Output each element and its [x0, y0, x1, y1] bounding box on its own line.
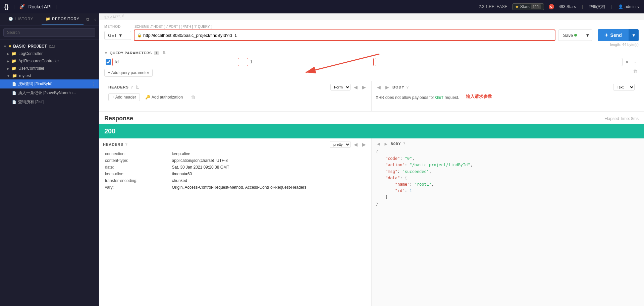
sidebar-collapse-btn[interactable]: ⧉: [84, 13, 92, 25]
content-area: EXAMPLE METHOD SCHEME :// HOST [ ':' POR…: [99, 13, 644, 306]
tree-item-findById[interactable]: 📄 按id查询 [/findById] ⋮: [0, 79, 99, 88]
nav-next-icon[interactable]: ▶: [361, 84, 367, 90]
body-help-icon[interactable]: ?: [407, 85, 409, 89]
resp-header-key: content-type:: [103, 157, 170, 164]
logo-icon: {}: [4, 3, 9, 10]
add-param-row: + Add query parameter 🗑: [104, 67, 639, 78]
param-value-input[interactable]: [247, 58, 374, 66]
folder-collapse-icon: [7, 74, 10, 78]
rocket-icon: 🚀: [19, 4, 25, 9]
resp-header-val: keep-alive: [170, 150, 367, 157]
folder-icon: 📁: [12, 73, 17, 78]
resp-nav-next-icon[interactable]: ▶: [361, 142, 367, 147]
headers-help-icon[interactable]: ?: [131, 85, 133, 89]
project-name: BASIC_PROJECT: [13, 44, 47, 49]
save-label: Save: [563, 33, 573, 38]
send-dropdown-button[interactable]: ▼: [629, 29, 639, 41]
stars-badge[interactable]: ★ Stars 111: [512, 3, 544, 10]
body-nav-prev-icon[interactable]: ◀: [376, 84, 382, 90]
query-params-header[interactable]: QUERY PARAMETERS 1 ⇅: [104, 48, 639, 57]
key-icon: 🔑: [145, 95, 150, 100]
item-name: 按id查询 [/findById]: [18, 81, 52, 87]
chevron-left-icon: ‹: [95, 17, 96, 22]
method-chevron: ▼: [118, 33, 123, 38]
save-button[interactable]: Save: [558, 29, 584, 41]
headers-sort-icon[interactable]: ⇅: [136, 85, 139, 90]
tree-item-list[interactable]: 📄 查询所有 [/list]: [0, 98, 99, 107]
project-root[interactable]: ■ BASIC_PROJECT [11]: [0, 43, 99, 50]
resp-nav-prev-icon[interactable]: ◀: [353, 142, 359, 147]
add-header-button[interactable]: + Add header: [108, 93, 140, 101]
param-more-icon[interactable]: ⋮: [632, 60, 639, 65]
folder-ApiResourceController[interactable]: 📁 ApiResourceController: [0, 57, 99, 65]
tab-repository[interactable]: 📁 REPOSITORY: [42, 13, 83, 25]
body-nav-next-icon[interactable]: ▶: [384, 84, 390, 90]
save-dropdown-button[interactable]: ▼: [583, 29, 592, 41]
tab-history[interactable]: 🕐 HISTORY: [0, 13, 42, 25]
delete-params-icon[interactable]: 🗑: [632, 67, 639, 75]
resp-header-row: keep-alive: timeout=60: [103, 171, 367, 177]
response-title: Response: [104, 115, 133, 122]
search-input[interactable]: [3, 28, 95, 37]
nav-prev-icon[interactable]: ◀: [353, 84, 359, 90]
folder-icon: 📁: [11, 59, 16, 63]
url-input-wrap: 🔒: [134, 29, 555, 41]
g-badge: G: [549, 4, 554, 9]
delete-headers-icon[interactable]: 🗑: [191, 95, 196, 100]
resp-body-title: BODY: [391, 142, 401, 146]
resp-header-val: application/json;charset=UTF-8: [170, 157, 367, 164]
status-code: 200: [104, 127, 115, 135]
response-header-row: Response Elapsed Time: 8ms: [99, 112, 644, 124]
item-icon: 📄: [12, 100, 16, 104]
url-input[interactable]: [143, 33, 552, 38]
resp-header-val: Origin, Access-Control-Request-Method, A…: [170, 184, 367, 191]
send-button[interactable]: ✈ Send: [598, 29, 629, 41]
method-select[interactable]: GET ▼: [104, 31, 131, 40]
resp-body-nav-next-icon[interactable]: ▶: [383, 141, 388, 146]
param-close-icon[interactable]: ✕: [624, 60, 630, 65]
nav-right: 2.3.1.RELEASE ★ Stars 111 G 493 Stars | …: [479, 3, 640, 10]
help-link[interactable]: 帮助文档: [589, 4, 605, 10]
folder-LogController[interactable]: 📁 LogController: [0, 50, 99, 57]
g-stars: 493 Stars: [559, 4, 576, 9]
text-dropdown[interactable]: Text JSON XML: [613, 84, 635, 90]
resp-pretty-select[interactable]: pretty raw: [330, 141, 351, 148]
save-button-group: Save ▼: [558, 29, 592, 41]
body-col: ◀ ▶ BODY ? Text JSON XML XHR does not al…: [372, 81, 639, 111]
project-folder-icon: ■: [9, 44, 11, 49]
param-eq: =: [240, 60, 246, 65]
param-desc-input[interactable]: [375, 58, 623, 66]
response-status-bar: 200: [99, 124, 644, 138]
resp-header-key: transfer-encoding:: [103, 177, 170, 184]
folder-UserController[interactable]: 📁 UserController: [0, 65, 99, 72]
params-title: QUERY PARAMETERS: [110, 51, 152, 55]
resp-body-help-icon[interactable]: ?: [403, 142, 405, 146]
resp-headers-help-icon[interactable]: ?: [125, 142, 127, 146]
form-select[interactable]: Form Raw: [330, 84, 351, 90]
admin-button[interactable]: 👤 admin ∨: [618, 4, 640, 9]
resp-body-nav-prev-icon[interactable]: ◀: [376, 141, 381, 146]
resp-header-row: transfer-encoding: chunked: [103, 177, 367, 184]
user-icon: 👤: [618, 4, 623, 9]
response-headers-col: HEADERS ? pretty raw ◀ ▶ connection:: [99, 138, 372, 306]
resp-header-val: Sat, 30 Jan 2021 09:20:38 GMT: [170, 164, 367, 171]
folder-icon: 📁: [11, 66, 16, 71]
add-auth-button[interactable]: 🔑 Add authorization: [143, 94, 185, 101]
param-key-input[interactable]: [112, 58, 239, 66]
param-checkbox[interactable]: [106, 59, 111, 65]
add-param-button[interactable]: + Add query parameter: [104, 69, 153, 77]
project-collapse-icon: [3, 45, 7, 48]
sort-icon[interactable]: ⇅: [162, 51, 166, 55]
resp-header-key: connection:: [103, 150, 170, 157]
tree-item-saveByName[interactable]: 📄 插入一条记录 [/saveByName'n...: [0, 88, 99, 98]
resp-headers-title: HEADERS: [103, 142, 123, 146]
headers-col: HEADERS ? ⇅ Form Raw ◀ ▶ + Add header: [104, 81, 372, 111]
stars-label: Stars: [520, 4, 530, 9]
sidebar-expand-btn[interactable]: ‹: [92, 13, 99, 25]
item-more-icon[interactable]: ⋮: [91, 82, 95, 86]
nav-sep3: |: [582, 4, 583, 9]
headers-actions: + Add header 🔑 Add authorization 🗑: [108, 93, 367, 101]
sidebar-tabs: 🕐 HISTORY 📁 REPOSITORY ⧉ ‹: [0, 13, 99, 25]
send-button-group: ✈ Send ▼: [598, 29, 639, 41]
folder-mytest[interactable]: 📁 mytest: [0, 72, 99, 79]
